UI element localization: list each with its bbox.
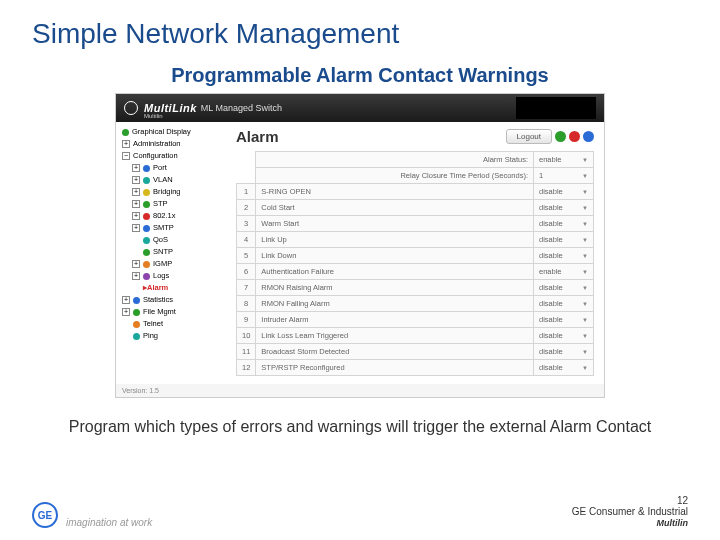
expand-icon[interactable]: + — [132, 224, 140, 232]
alarm-value-select[interactable]: disable▼ — [534, 232, 594, 248]
collapse-icon[interactable]: − — [122, 152, 130, 160]
alarm-value-select[interactable]: disable▼ — [534, 280, 594, 296]
bullet-icon — [143, 273, 150, 280]
expand-icon[interactable]: + — [132, 188, 140, 196]
ge-logo-icon — [124, 101, 138, 115]
chevron-down-icon: ▼ — [582, 333, 588, 339]
alarm-value-select[interactable]: disable▼ — [534, 360, 594, 376]
tree-label: IGMP — [153, 258, 172, 270]
bullet-icon — [122, 129, 129, 136]
alarm-status-select[interactable]: enable▼ — [534, 152, 594, 168]
nav-tree: Graphical Display +Administration −Confi… — [116, 122, 226, 384]
select-value: disable — [539, 283, 563, 292]
slide-footer: GE imagination at work 12 GE Consumer & … — [0, 495, 720, 528]
chevron-down-icon: ▼ — [582, 285, 588, 291]
expand-icon[interactable]: + — [132, 272, 140, 280]
select-value: disable — [539, 203, 563, 212]
tree-stp[interactable]: +STP — [122, 198, 222, 210]
expand-icon[interactable]: + — [132, 260, 140, 268]
tree-8021x[interactable]: +802.1x — [122, 210, 222, 222]
tree-logs[interactable]: +Logs — [122, 270, 222, 282]
tree-config[interactable]: −Configuration — [122, 150, 222, 162]
bullet-icon — [143, 225, 150, 232]
expand-icon[interactable]: + — [132, 164, 140, 172]
chevron-down-icon: ▼ — [582, 237, 588, 243]
expand-icon[interactable]: + — [122, 140, 130, 148]
footer-tagline: imagination at work — [66, 517, 152, 528]
banner-sub: Multilin — [144, 113, 163, 119]
table-row: 10Link Loss Learn Triggereddisable▼ — [237, 328, 594, 344]
tree-stats[interactable]: +Statistics — [122, 294, 222, 306]
expand-icon[interactable]: + — [132, 212, 140, 220]
tree-alarm[interactable]: ▸ Alarm — [122, 282, 222, 294]
expand-icon[interactable]: + — [132, 176, 140, 184]
alarm-value-select[interactable]: disable▼ — [534, 296, 594, 312]
row-num: 12 — [237, 360, 256, 376]
bullet-icon — [133, 297, 140, 304]
bullet-icon — [143, 261, 150, 268]
tree-igmp[interactable]: +IGMP — [122, 258, 222, 270]
tree-label: Administration — [133, 138, 181, 150]
chevron-down-icon: ▼ — [582, 173, 588, 179]
status-blue-icon[interactable] — [583, 131, 594, 142]
row-num: 2 — [237, 200, 256, 216]
tree-sntp[interactable]: SNTP — [122, 246, 222, 258]
bullet-icon — [143, 213, 150, 220]
bullet-icon — [143, 249, 150, 256]
expand-icon[interactable]: + — [122, 308, 130, 316]
tree-smtp[interactable]: +SMTP — [122, 222, 222, 234]
tree-vlan[interactable]: +VLAN — [122, 174, 222, 186]
chevron-down-icon: ▼ — [582, 189, 588, 195]
bullet-icon — [143, 237, 150, 244]
alarm-name: Link Down — [256, 248, 534, 264]
chevron-down-icon: ▼ — [582, 365, 588, 371]
relay-period-select[interactable]: 1▼ — [534, 168, 594, 184]
select-value: 1 — [539, 171, 543, 180]
tree-graphical[interactable]: Graphical Display — [122, 126, 222, 138]
status-green-icon[interactable] — [555, 131, 566, 142]
status-red-icon[interactable] — [569, 131, 580, 142]
alarm-value-select[interactable]: disable▼ — [534, 200, 594, 216]
alarm-value-select[interactable]: enable▼ — [534, 264, 594, 280]
row-num: 3 — [237, 216, 256, 232]
alarm-value-select[interactable]: disable▼ — [534, 344, 594, 360]
tree-label: SNTP — [153, 246, 173, 258]
bullet-icon — [133, 309, 140, 316]
alarm-value-select[interactable]: disable▼ — [534, 216, 594, 232]
select-value: disable — [539, 187, 563, 196]
alarm-name: Broadcast Storm Detected — [256, 344, 534, 360]
bullet-icon — [133, 321, 140, 328]
tree-qos[interactable]: QoS — [122, 234, 222, 246]
alarm-name: Link Up — [256, 232, 534, 248]
alarm-name: Authentication Failure — [256, 264, 534, 280]
tree-filemgmt[interactable]: +File Mgmt — [122, 306, 222, 318]
tree-label: File Mgmt — [143, 306, 176, 318]
expand-icon[interactable]: + — [132, 200, 140, 208]
alarm-config-table: Alarm Status:enable▼ Relay Closure Time … — [236, 151, 594, 376]
alarm-value-select[interactable]: disable▼ — [534, 312, 594, 328]
logout-button[interactable]: Logout — [506, 129, 552, 144]
expand-icon[interactable]: + — [122, 296, 130, 304]
alarm-value-select[interactable]: disable▼ — [534, 184, 594, 200]
chevron-down-icon: ▼ — [582, 269, 588, 275]
tree-admin[interactable]: +Administration — [122, 138, 222, 150]
alarm-name: Link Loss Learn Triggered — [256, 328, 534, 344]
tree-label: Statistics — [143, 294, 173, 306]
alarm-name: RMON Falling Alarm — [256, 296, 534, 312]
bullet-icon — [143, 165, 150, 172]
alarm-value-select[interactable]: disable▼ — [534, 328, 594, 344]
tree-label: Ping — [143, 330, 158, 342]
tree-telnet[interactable]: Telnet — [122, 318, 222, 330]
bullet-icon — [133, 333, 140, 340]
alarm-status-label: Alarm Status: — [256, 152, 534, 168]
tree-bridging[interactable]: +Bridging — [122, 186, 222, 198]
footer-org: GE Consumer & Industrial — [572, 506, 688, 517]
alarm-value-select[interactable]: disable▼ — [534, 248, 594, 264]
tree-ping[interactable]: Ping — [122, 330, 222, 342]
ge-logo-icon: GE — [32, 502, 58, 528]
chevron-down-icon: ▼ — [582, 205, 588, 211]
select-value: enable — [539, 155, 562, 164]
tree-port[interactable]: +Port — [122, 162, 222, 174]
row-num: 8 — [237, 296, 256, 312]
select-value: disable — [539, 363, 563, 372]
